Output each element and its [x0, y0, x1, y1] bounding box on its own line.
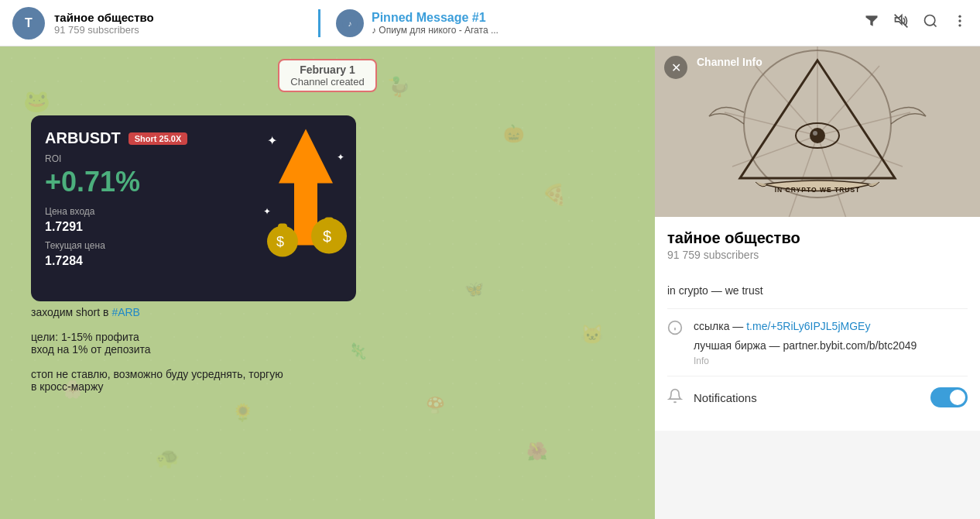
svg-text:$: $: [276, 234, 284, 249]
svg-text:✦: ✦: [267, 134, 277, 147]
notifications-label: Notifications: [694, 391, 920, 404]
msg-line-4: стоп не ставлю, возможно буду усреднять,…: [31, 368, 356, 380]
channel-info-panel: IN CRYPTO WE TRUST ✕ Channel Info тайное…: [655, 46, 980, 519]
svg-rect-29: [278, 224, 287, 230]
svg-text:✦: ✦: [337, 152, 344, 163]
link-prefix: ссылка —: [694, 320, 743, 332]
short-badge: Short 25.0X: [128, 132, 188, 145]
mute-icon[interactable]: [893, 13, 909, 33]
description-row: in crypto — we trust: [667, 273, 968, 309]
channel-link[interactable]: t.me/+5RiLy6IPJL5jMGEy: [746, 320, 870, 332]
message-text: заходим short в #ARB цели: 1-15% профита…: [31, 306, 356, 393]
arrow-graphic: ✦ ✦ ✦ $ $: [248, 115, 356, 272]
channel-info-body: тайное общество 91 759 subscribers in cr…: [655, 217, 980, 431]
channel-avatar[interactable]: Т: [12, 7, 45, 40]
arb-hashtag[interactable]: #ARB: [111, 306, 140, 318]
panel-title: Channel Info: [697, 56, 762, 68]
svg-text:$: $: [323, 228, 331, 245]
svg-point-47: [813, 131, 817, 136]
svg-text:♪: ♪: [348, 19, 352, 28]
subscriber-count: 91 759 subscribers: [54, 24, 310, 36]
chat-content: February 1 Channel created ARBUSDT Short…: [0, 46, 655, 405]
pinned-message-bar[interactable]: ♪ Pinned Message #1 ♪ Опиум для никого -…: [318, 9, 864, 37]
date-badge-text: February 1: [290, 64, 364, 76]
notifications-toggle[interactable]: [930, 387, 968, 407]
header-actions: [864, 13, 968, 33]
ticker-name: ARBUSDT: [45, 129, 121, 147]
notifications-row: Notifications: [667, 376, 968, 418]
date-badge: February 1 Channel created: [278, 59, 376, 92]
svg-text:✦: ✦: [263, 206, 271, 217]
pinned-info: Pinned Message #1 ♪ Опиум для никого - А…: [372, 11, 499, 36]
svg-line-4: [934, 24, 937, 27]
header: Т тайное общество 91 759 subscribers ♪ P…: [0, 0, 980, 46]
svg-point-46: [810, 128, 825, 143]
link-row: ссылка — t.me/+5RiLy6IPJL5jMGEy лучшая б…: [667, 309, 968, 376]
info-circle-icon: [667, 320, 683, 339]
description-text: in crypto — we trust: [667, 283, 763, 299]
svg-point-6: [958, 19, 961, 22]
svg-point-3: [925, 15, 935, 26]
msg-line-1: заходим short в #ARB: [31, 306, 356, 318]
header-channel-info: тайное общество 91 759 subscribers: [54, 11, 310, 36]
channel-name: тайное общество: [54, 11, 310, 24]
svg-text:🌻: 🌻: [232, 402, 254, 423]
svg-text:IN CRYPTO WE TRUST: IN CRYPTO WE TRUST: [775, 186, 861, 194]
svg-text:🐢: 🐢: [155, 445, 180, 470]
channel-info-subs: 91 759 subscribers: [667, 249, 968, 261]
extra-value: partner.bybit.com/b/btc2049: [783, 339, 917, 352]
extra-info: лучшая биржа — partner.bybit.com/b/btc20…: [694, 338, 917, 354]
msg-line-5: в кросс-маржу: [31, 380, 356, 393]
illuminati-svg: IN CRYPTO WE TRUST: [655, 46, 980, 217]
more-icon[interactable]: [952, 13, 968, 33]
link-description: ссылка — t.me/+5RiLy6IPJL5jMGEy: [694, 318, 917, 335]
link-info: ссылка — t.me/+5RiLy6IPJL5jMGEy лучшая б…: [694, 318, 917, 366]
close-button[interactable]: ✕: [664, 56, 687, 79]
extra-label: лучшая биржа —: [694, 339, 780, 352]
pinned-label: Pinned Message #1: [372, 11, 499, 25]
msg-line-2: цели: 1-15% профита: [31, 331, 356, 343]
main-layout: 🐸 🦆 🎃 🌿 🍕 ⭐ 🦋 🐱 🌸 🍄 🐢 🌺 🥕 🦎 🌻 February 1…: [0, 46, 980, 519]
pinned-thumb: ♪: [336, 9, 364, 37]
channel-created-text: Channel created: [290, 76, 364, 88]
svg-point-7: [958, 24, 961, 26]
filter-icon[interactable]: [864, 13, 879, 33]
msg-line-3: вход на 1% от депозита: [31, 343, 356, 356]
bell-icon: [667, 388, 683, 407]
trading-card: ARBUSDT Short 25.0X ROI +0.71% Цена вход…: [31, 115, 356, 301]
svg-rect-32: [324, 218, 334, 224]
svg-text:🌺: 🌺: [526, 441, 548, 462]
svg-point-5: [958, 15, 961, 18]
search-icon[interactable]: [923, 13, 938, 33]
channel-info-name: тайное общество: [667, 229, 968, 247]
info-type: Info: [694, 356, 917, 366]
chat-area: 🐸 🦆 🎃 🌿 🍕 ⭐ 🦋 🐱 🌸 🍄 🐢 🌺 🥕 🦎 🌻 February 1…: [0, 46, 655, 519]
pinned-song: ♪ Опиум для никого - Агата ...: [372, 25, 499, 36]
channel-cover-image: IN CRYPTO WE TRUST ✕ Channel Info: [655, 46, 980, 217]
